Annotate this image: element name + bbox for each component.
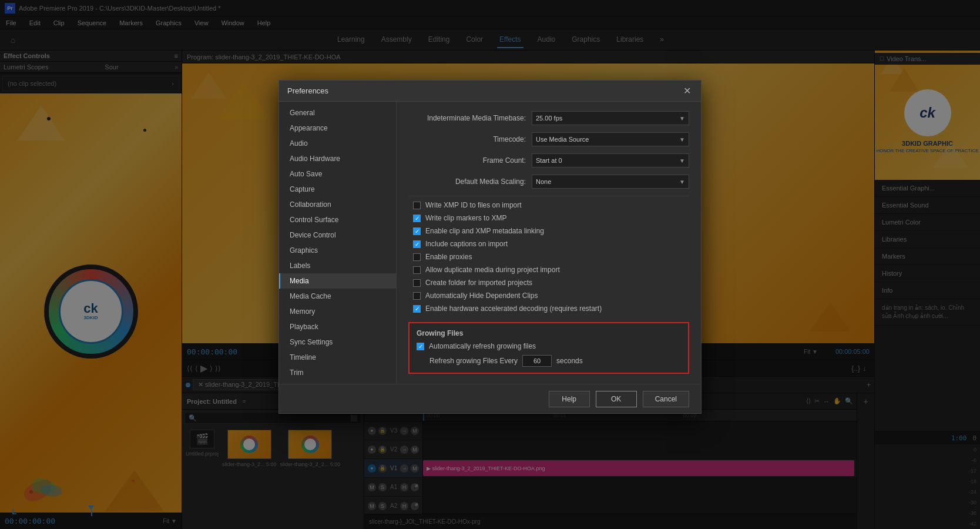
pref-audio[interactable]: Audio	[279, 136, 396, 151]
auto-refresh-row: Automatically refresh growing files	[417, 342, 681, 350]
refresh-every-row: Refresh growing Files Every 60 seconds	[417, 355, 681, 367]
timecode-row: Timecode: Use Media Source ▼	[408, 132, 689, 146]
checkbox-hide-dependent: Automatically Hide Dependent Clips	[408, 292, 689, 300]
checkbox-metadata-linking: Enable clip and XMP metadata linking	[408, 227, 689, 235]
checkbox-hw-decode: Enable hardware accelerated decoding (re…	[408, 304, 689, 313]
checkbox-clip-markers-label: Write clip markers to XMP	[425, 214, 506, 222]
checkbox-hide-dependent-box[interactable]	[413, 292, 421, 300]
checkbox-captions-box[interactable]	[413, 240, 421, 248]
timebase-arrow: ▼	[679, 115, 685, 122]
timebase-label: Indeterminate Media Timebase:	[408, 114, 526, 122]
frame-count-label: Frame Count:	[408, 156, 526, 165]
pref-sync-settings[interactable]: Sync Settings	[279, 334, 396, 350]
pref-trim[interactable]: Trim	[279, 365, 396, 380]
scaling-row: Default Media Scaling: None ▼	[408, 175, 689, 189]
pref-collaboration[interactable]: Collaboration	[279, 197, 396, 212]
scaling-value: None	[536, 178, 551, 185]
timebase-row: Indeterminate Media Timebase: 25.00 fps …	[408, 111, 689, 125]
dialog-overlay: Preferences ✕ General Appearance Audio A…	[0, 0, 980, 529]
checkbox-hw-decode-label: Enable hardware accelerated decoding (re…	[425, 304, 602, 313]
pref-device-control[interactable]: Device Control	[279, 227, 396, 243]
pref-general[interactable]: General	[279, 105, 396, 120]
dialog-footer: Help OK Cancel	[279, 384, 701, 413]
checkbox-metadata-linking-box[interactable]	[413, 227, 421, 235]
frame-count-arrow: ▼	[679, 158, 685, 164]
pref-timeline[interactable]: Timeline	[279, 350, 396, 365]
frame-count-row: Frame Count: Start at 0 ▼	[408, 153, 689, 168]
dialog-body: General Appearance Audio Audio Hardware …	[279, 102, 701, 384]
checkbox-create-folder: Create folder for imported projects	[408, 279, 689, 287]
checkbox-hide-dependent-label: Automatically Hide Dependent Clips	[425, 292, 538, 300]
auto-refresh-checkbox[interactable]	[417, 343, 424, 350]
dialog-title: Preferences	[287, 86, 328, 95]
ok-button[interactable]: OK	[596, 391, 637, 407]
checkbox-hw-decode-box[interactable]	[413, 305, 421, 313]
auto-refresh-label: Automatically refresh growing files	[429, 342, 536, 350]
timecode-select[interactable]: Use Media Source ▼	[532, 132, 689, 146]
pref-appearance[interactable]: Appearance	[279, 120, 396, 136]
timebase-value: 25.00 fps	[536, 115, 562, 122]
checkbox-captions: Include captions on import	[408, 240, 689, 248]
pref-capture[interactable]: Capture	[279, 182, 396, 197]
checkbox-xmp-id-box[interactable]	[413, 202, 421, 209]
frame-count-select[interactable]: Start at 0 ▼	[532, 153, 689, 168]
timebase-select[interactable]: 25.00 fps ▼	[532, 111, 689, 125]
checkbox-create-folder-label: Create folder for imported projects	[425, 279, 532, 287]
pref-memory[interactable]: Memory	[279, 304, 396, 319]
scaling-label: Default Media Scaling:	[408, 178, 526, 186]
checkbox-clip-markers: Write clip markers to XMP	[408, 214, 689, 222]
help-button[interactable]: Help	[549, 391, 590, 407]
pref-graphics[interactable]: Graphics	[279, 243, 396, 258]
scaling-arrow: ▼	[679, 179, 685, 185]
refresh-value: 60	[533, 357, 541, 364]
checkbox-clip-markers-box[interactable]	[413, 215, 421, 222]
checkbox-xmp-id-label: Write XMP ID to files on import	[425, 201, 522, 209]
separator-1	[408, 196, 689, 196]
checkbox-duplicate-media-box[interactable]	[413, 266, 421, 274]
checkbox-proxies-box[interactable]	[413, 253, 421, 261]
pref-control-surface[interactable]: Control Surface	[279, 212, 396, 227]
preferences-dialog: Preferences ✕ General Appearance Audio A…	[278, 80, 702, 414]
pref-playback[interactable]: Playback	[279, 319, 396, 334]
pref-auto-save[interactable]: Auto Save	[279, 166, 396, 182]
preferences-content: Indeterminate Media Timebase: 25.00 fps …	[397, 102, 701, 384]
timecode-label: Timecode:	[408, 135, 526, 143]
checkbox-proxies: Enable proxies	[408, 253, 689, 261]
checkbox-metadata-linking-label: Enable clip and XMP metadata linking	[425, 227, 544, 235]
checkbox-duplicate-media-label: Allow duplicate media during project imp…	[425, 266, 560, 274]
dialog-close-button[interactable]: ✕	[681, 85, 693, 97]
scaling-select[interactable]: None ▼	[532, 175, 689, 189]
checkbox-proxies-label: Enable proxies	[425, 253, 472, 261]
dialog-titlebar: Preferences ✕	[279, 81, 701, 102]
timecode-value: Use Media Source	[536, 136, 589, 143]
frame-count-value: Start at 0	[536, 157, 562, 164]
timecode-arrow: ▼	[679, 136, 685, 143]
pref-audio-hardware[interactable]: Audio Hardware	[279, 151, 396, 166]
pref-media[interactable]: Media	[279, 273, 396, 289]
growing-files-section: Growing Files Automatically refresh grow…	[408, 322, 689, 374]
checkbox-create-folder-box[interactable]	[413, 279, 421, 287]
checkbox-duplicate-media: Allow duplicate media during project imp…	[408, 266, 689, 274]
checkbox-xmp-id: Write XMP ID to files on import	[408, 201, 689, 209]
growing-files-title: Growing Files	[417, 329, 681, 337]
seconds-label: seconds	[556, 357, 583, 365]
cancel-button[interactable]: Cancel	[643, 391, 689, 407]
pref-media-cache[interactable]: Media Cache	[279, 289, 396, 304]
pref-labels[interactable]: Labels	[279, 258, 396, 273]
checkbox-captions-label: Include captions on import	[425, 240, 508, 248]
refresh-interval-input[interactable]: 60	[522, 355, 552, 367]
refresh-every-label: Refresh growing Files Every	[429, 357, 518, 365]
preferences-sidebar: General Appearance Audio Audio Hardware …	[279, 102, 397, 384]
